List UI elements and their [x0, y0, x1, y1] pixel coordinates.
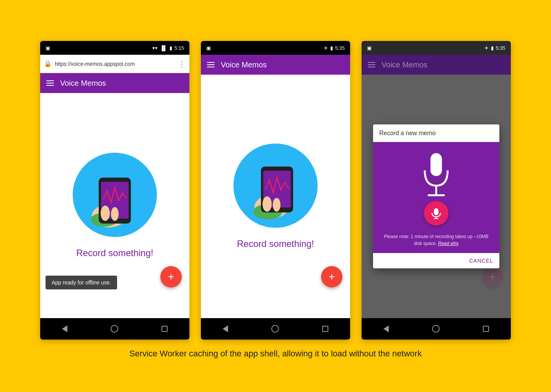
battery-icon: ▮: [170, 45, 172, 51]
phone-3: ▣ ✈ ▮ 5:35 Voice Memos: [362, 41, 511, 340]
nav-bar-3: [362, 318, 511, 340]
content-1: Record something! App ready for offline …: [40, 93, 189, 318]
hamburger-menu-2[interactable]: [207, 62, 215, 67]
status-right-2: ✈ ▮ 5:35: [324, 45, 345, 51]
battery-icon-3: ▮: [491, 45, 494, 51]
recents-button-3[interactable]: [483, 326, 489, 332]
nav-bar-2: [201, 318, 350, 340]
time-3: 5:35: [496, 45, 505, 51]
content-3: Record something! + Record a new memo: [362, 75, 511, 318]
hamburger-menu-3[interactable]: [368, 62, 375, 67]
record-button[interactable]: [424, 201, 448, 225]
dialog-card: Record a new memo: [373, 124, 499, 268]
phone-2: ▣ ✈ ▮ 5:35 Voice Memos: [201, 41, 350, 340]
home-button-3[interactable]: [432, 325, 440, 333]
home-button-2[interactable]: [271, 325, 279, 333]
record-label-2: Record something!: [237, 238, 314, 249]
svg-point-13: [273, 198, 280, 212]
battery-icon-2: ▮: [330, 45, 333, 51]
content-2: Record something! +: [201, 75, 350, 318]
svg-point-6: [111, 207, 119, 221]
toolbar-2: Voice Memos: [201, 55, 350, 75]
back-button-1[interactable]: [62, 325, 67, 332]
fab-icon-1: +: [168, 271, 174, 283]
status-left-3: ▣: [367, 45, 372, 51]
toolbar-3: Voice Memos: [362, 55, 511, 75]
main-wrapper: ▣ ▾▾ ▐▌ ▮ 5:15 🔒 https://voice-memos.app…: [0, 0, 551, 392]
status-right-3: ✈ ▮ 5:35: [484, 45, 505, 51]
record-dialog: Record a new memo: [362, 75, 511, 318]
snackbar-text-1: App ready for offline use.: [52, 279, 111, 286]
more-icon[interactable]: ⋮: [178, 59, 186, 69]
status-bar-3: ▣ ✈ ▮ 5:35: [362, 41, 511, 55]
tablet-icon-3: ▣: [367, 45, 372, 51]
airplane-icon-3: ✈: [484, 45, 489, 51]
caption-text: Service Worker caching of the app shell,…: [129, 349, 422, 359]
nav-bar-1: [40, 318, 189, 340]
mic-large-icon: [419, 151, 453, 201]
fab-2[interactable]: +: [321, 266, 342, 287]
status-right-1: ▾▾ ▐▌ ▮ 5:15: [152, 45, 184, 51]
mic-small-icon: [430, 207, 442, 219]
tablet-icon: ▣: [46, 45, 50, 51]
cancel-button[interactable]: CANCEL: [469, 258, 493, 264]
home-button-1[interactable]: [111, 325, 118, 333]
fab-1[interactable]: +: [160, 266, 182, 287]
read-why-link[interactable]: Read why: [438, 241, 458, 246]
dialog-note: Please note: 1 minute of recording takes…: [379, 233, 493, 247]
signal-icon: ▐▌: [160, 45, 167, 51]
snackbar-1: App ready for offline use.: [46, 276, 117, 289]
status-left-1: ▣: [46, 45, 50, 51]
time-1: 5:15: [174, 45, 184, 51]
phone-1: ▣ ▾▾ ▐▌ ▮ 5:15 🔒 https://voice-memos.app…: [40, 41, 189, 340]
app-title-3: Voice Memos: [381, 60, 427, 69]
phone-illustration-2: [237, 147, 314, 224]
url-bar-1[interactable]: 🔒 https://voice-memos.appspot.com ⋮: [40, 55, 189, 73]
toolbar-1: Voice Memos: [40, 73, 189, 93]
back-button-3[interactable]: [383, 325, 389, 332]
dialog-actions: CANCEL: [373, 253, 499, 268]
phone-illustration-1: [77, 157, 153, 233]
time-2: 5:35: [335, 45, 345, 51]
app-title-2: Voice Memos: [221, 60, 267, 69]
record-label-1: Record something!: [76, 248, 153, 258]
hamburger-menu-1[interactable]: [46, 80, 54, 86]
dialog-title-bar: Record a new memo: [373, 124, 499, 142]
lock-icon: 🔒: [44, 60, 52, 67]
recents-button-1[interactable]: [161, 326, 168, 332]
fab-icon-2: +: [329, 271, 335, 283]
status-bar-2: ▣ ✈ ▮ 5:35: [201, 41, 350, 55]
app-title-1: Voice Memos: [60, 79, 106, 88]
airplane-icon-2: ✈: [324, 45, 328, 51]
phones-row: ▣ ▾▾ ▐▌ ▮ 5:15 🔒 https://voice-memos.app…: [40, 41, 511, 340]
tablet-icon-2: ▣: [206, 45, 211, 51]
illustration-circle-2: [233, 144, 318, 228]
illustration-circle-1: [73, 153, 157, 237]
recents-button-2[interactable]: [322, 326, 328, 332]
svg-rect-19: [430, 153, 442, 176]
back-button-2[interactable]: [223, 325, 228, 332]
url-text: https://voice-memos.appspot.com: [55, 61, 175, 67]
dialog-title: Record a new memo: [379, 130, 436, 136]
status-left-2: ▣: [206, 45, 211, 51]
svg-point-12: [262, 196, 272, 212]
status-bar-1: ▣ ▾▾ ▐▌ ▮ 5:15: [40, 41, 189, 55]
dialog-body: Please note: 1 minute of recording takes…: [373, 142, 499, 253]
svg-rect-22: [434, 208, 439, 215]
svg-point-5: [101, 206, 110, 221]
wifi-icon: ▾▾: [152, 45, 158, 51]
